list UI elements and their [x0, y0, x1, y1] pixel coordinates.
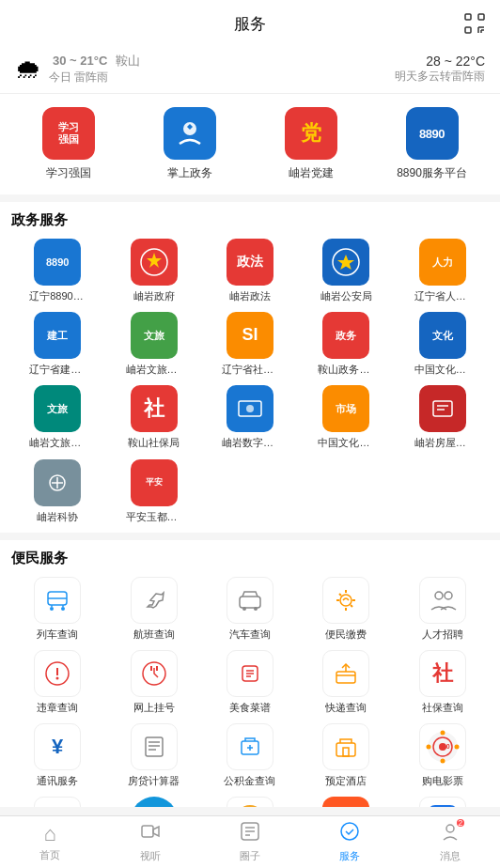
svg-point-30: [56, 676, 59, 679]
life-section-title: 便民服务: [11, 550, 489, 567]
gov-item-3[interactable]: 岫岩公安局: [300, 239, 392, 302]
home-icon: ⌂: [44, 822, 56, 846]
weather-tomorrow: 28 ~ 22°C 明天多云转雷阵雨: [395, 54, 485, 85]
life-item-social-security[interactable]: 社 社保查询: [397, 650, 489, 714]
service-icon: [339, 821, 360, 847]
message-badge-container: 2: [440, 821, 461, 847]
life-item-violation[interactable]: 违章查询: [11, 650, 103, 714]
svg-text:0.0: 0.0: [441, 743, 450, 750]
life-item-meituan[interactable]: 美团外卖: [204, 797, 296, 807]
svg-point-52: [440, 731, 445, 736]
life-item-provident[interactable]: 公积金查询: [204, 723, 296, 787]
gov-section-title: 政务服务: [11, 211, 489, 229]
svg-point-25: [340, 595, 352, 606]
scan-icon[interactable]: [464, 13, 485, 34]
svg-rect-0: [465, 14, 471, 20]
svg-point-23: [242, 607, 246, 611]
bottom-nav: ⌂ 首页 视听 圈子 服务 2 消息: [0, 815, 500, 868]
gov-item-2[interactable]: 政法 岫岩政法: [204, 239, 296, 302]
gov-item-0[interactable]: 8890 辽宁8890政...: [11, 239, 103, 302]
gov-item-8[interactable]: 政务 鞍山政务服务...: [300, 312, 392, 376]
app-8890[interactable]: 8890 8890服务平台: [395, 107, 470, 181]
svg-point-11: [246, 405, 254, 412]
gov-item-15[interactable]: 岫岩科协: [11, 459, 103, 523]
nav-item-home[interactable]: ⌂ 首页: [0, 822, 100, 862]
app-label-8890: 8890服务平台: [397, 165, 467, 181]
nav-item-video[interactable]: 视听: [100, 821, 199, 863]
app-dangjian[interactable]: 党 岫岩党建: [273, 107, 349, 181]
svg-point-19: [61, 607, 65, 611]
life-item-mortgage[interactable]: 房贷计算器: [107, 723, 199, 787]
life-item-train[interactable]: 列车查询: [11, 577, 103, 641]
gov-item-12[interactable]: 岫岩数字科技...: [204, 385, 296, 449]
app-xuexiqiangguo[interactable]: 学习强国 学习强国: [31, 107, 106, 181]
svg-rect-22: [240, 597, 260, 608]
life-item-food[interactable]: 寻找美食: [300, 797, 392, 807]
gov-services-section: 政务服务 8890 辽宁8890政... 岫岩政府 政法 岫岩政法: [0, 202, 500, 533]
svg-point-55: [454, 745, 459, 750]
life-item-map[interactable]: 腾讯地图: [397, 797, 489, 807]
life-item-eleme[interactable]: e 饿了么外卖: [107, 797, 199, 807]
svg-point-18: [50, 607, 54, 611]
life-item-hotel[interactable]: 预定酒店: [300, 723, 392, 787]
svg-rect-2: [465, 27, 471, 33]
svg-point-26: [435, 592, 443, 599]
nav-label-service: 服务: [339, 849, 360, 863]
svg-point-27: [445, 592, 452, 599]
life-item-flight[interactable]: 航班查询: [107, 577, 199, 641]
svg-point-54: [426, 745, 430, 750]
app-zhangshangzhengwu[interactable]: 掌上政务: [152, 107, 227, 181]
gov-item-11[interactable]: 社 鞍山社保局: [107, 385, 199, 449]
app-icon-dangjian: 党: [285, 107, 337, 160]
gov-item-7[interactable]: SI 辽宁省社会保...: [204, 312, 296, 376]
gov-item-14[interactable]: 岫岩房屋交易: [397, 385, 489, 449]
gov-grid: 8890 辽宁8890政... 岫岩政府 政法 岫岩政法 岫岩公安局 人力: [11, 239, 489, 523]
app-label-zhangshangzhengwu: 掌上政务: [167, 165, 212, 181]
life-item-movie[interactable]: 0.0 购电影票: [397, 723, 489, 787]
gov-item-10[interactable]: 文旅 岫岩文旅集团: [11, 385, 103, 449]
life-item-express[interactable]: 快递查询: [300, 650, 392, 714]
gov-item-13[interactable]: 市场 中国文化市场...: [300, 385, 392, 449]
weather-temp: 30 ~ 21°C 鞍山: [49, 52, 140, 70]
svg-rect-40: [146, 737, 163, 756]
page-title: 服务: [234, 15, 266, 33]
svg-rect-60: [428, 805, 458, 807]
life-item-telecom[interactable]: ¥ 通讯服务: [11, 723, 103, 787]
weather-desc: 今日 雷阵雨: [49, 70, 140, 85]
life-item-bus[interactable]: 汽车查询: [204, 577, 296, 641]
life-item-appointment[interactable]: 网上挂号: [107, 650, 199, 714]
life-item-payment[interactable]: 便民缴费: [300, 577, 392, 641]
nav-item-message[interactable]: 2 消息: [400, 821, 500, 863]
app-label-dangjian: 岫岩党建: [289, 165, 334, 181]
life-services-section: 便民服务 列车查询 航班查询 汽车查询: [0, 540, 500, 807]
top-apps-row: 学习强国 学习强国 掌上政务 党 岫岩党建 8890: [0, 94, 500, 194]
life-item-donate[interactable]: 旧衣捐赠: [11, 797, 103, 807]
gov-item-16[interactable]: 平安 平安玉都岫岩: [107, 459, 199, 523]
nav-item-service[interactable]: 服务: [300, 821, 399, 863]
svg-point-24: [254, 607, 258, 611]
life-item-recipe[interactable]: 美食菜谱: [204, 650, 296, 714]
nav-label-home: 首页: [39, 848, 60, 862]
weather-icon: 🌧: [15, 54, 41, 85]
circle-icon: [240, 821, 260, 847]
nav-item-circle[interactable]: 圈子: [200, 821, 300, 863]
svg-point-53: [440, 759, 445, 764]
app-icon-xuexiqiangguo: 学习强国: [42, 107, 95, 160]
svg-rect-1: [478, 14, 484, 20]
life-grid: 列车查询 航班查询 汽车查询 便民缴费: [11, 577, 489, 807]
svg-rect-48: [343, 748, 349, 756]
life-item-recruit[interactable]: 人才招聘: [397, 577, 489, 641]
app-label-xuexiqiangguo: 学习强国: [46, 165, 91, 181]
gov-item-6[interactable]: 文旅 岫岩文旅集团: [107, 312, 199, 376]
gov-item-9[interactable]: 文化 中国文化和旅...: [397, 312, 489, 376]
svg-point-67: [341, 823, 358, 840]
weather-bar: 🌧 30 ~ 21°C 鞍山 今日 雷阵雨 28 ~ 22°C 明天多云转雷阵雨: [0, 44, 500, 94]
gov-item-4[interactable]: 人力 辽宁省人力资...: [397, 239, 489, 302]
nav-label-circle: 圈子: [240, 849, 260, 863]
svg-rect-12: [433, 401, 452, 416]
gov-item-5[interactable]: 建工 辽宁省建筑工...: [11, 312, 103, 376]
gov-item-1[interactable]: 岫岩政府: [107, 239, 199, 302]
message-badge: 2: [457, 819, 464, 827]
main-content: 🌧 30 ~ 21°C 鞍山 今日 雷阵雨 28 ~ 22°C 明天多云转雷阵雨…: [0, 44, 500, 807]
svg-point-68: [446, 825, 454, 832]
